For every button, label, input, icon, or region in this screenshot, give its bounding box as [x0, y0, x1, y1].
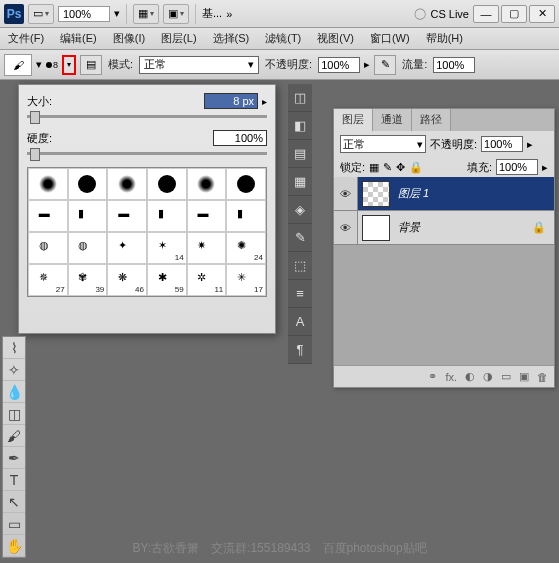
brush-thumb[interactable]: ▮: [147, 200, 187, 232]
size-input[interactable]: [204, 93, 258, 109]
brush-thumb[interactable]: [147, 168, 187, 200]
brush-thumb[interactable]: ▬: [187, 200, 227, 232]
panel-icon[interactable]: ⬚: [288, 252, 312, 280]
menu-select[interactable]: 选择(S): [209, 29, 254, 48]
double-chevron[interactable]: »: [226, 8, 232, 20]
adjustment-layer-icon[interactable]: ◑: [483, 370, 493, 383]
layer-row[interactable]: 👁 图层 1: [334, 177, 554, 211]
brush-thumb[interactable]: ✶14: [147, 232, 187, 264]
zoom-dropdown[interactable]: ▾: [114, 7, 120, 20]
brush-thumb[interactable]: ✳17: [226, 264, 266, 296]
tab-layers[interactable]: 图层: [334, 109, 373, 131]
link-layers-icon[interactable]: ⚭: [428, 370, 437, 383]
menu-layer[interactable]: 图层(L): [157, 29, 200, 48]
brush-thumb[interactable]: ▬: [28, 200, 68, 232]
brush-thumb[interactable]: ◍: [28, 232, 68, 264]
visibility-toggle[interactable]: 👁: [334, 177, 358, 210]
brush-picker-dropdown[interactable]: ▾: [62, 55, 76, 75]
fill-input[interactable]: 100%: [496, 159, 538, 175]
panel-icon[interactable]: ¶: [288, 336, 312, 364]
eyedropper-tool[interactable]: 💧: [3, 381, 25, 403]
shape-tool[interactable]: ▭: [3, 513, 25, 535]
opacity-slider-toggle[interactable]: ▸: [527, 138, 533, 151]
arrange-docs[interactable]: ▦▾: [133, 4, 159, 24]
brush-thumb[interactable]: ✷: [187, 232, 227, 264]
brush-thumb[interactable]: [28, 168, 68, 200]
panel-icon[interactable]: ◈: [288, 196, 312, 224]
panel-icon[interactable]: ◫: [288, 84, 312, 112]
workspace-switcher[interactable]: ▭▾: [28, 4, 54, 24]
new-layer-icon[interactable]: ▣: [519, 370, 529, 383]
brush-thumb[interactable]: ✦: [107, 232, 147, 264]
tool-preset-dropdown[interactable]: ▾: [36, 58, 42, 71]
brush-tool-preview[interactable]: 🖌: [4, 54, 32, 76]
brush-tool[interactable]: 🖌: [3, 425, 25, 447]
visibility-toggle[interactable]: 👁: [334, 211, 358, 244]
panel-icon[interactable]: ≡: [288, 280, 312, 308]
brush-thumb[interactable]: [226, 168, 266, 200]
lock-position-icon[interactable]: ✥: [396, 161, 405, 174]
brush-thumb[interactable]: ✾39: [68, 264, 108, 296]
brush-thumb[interactable]: [187, 168, 227, 200]
menu-window[interactable]: 窗口(W): [366, 29, 414, 48]
menu-view[interactable]: 视图(V): [313, 29, 358, 48]
brush-thumb[interactable]: [107, 168, 147, 200]
menu-image[interactable]: 图像(I): [109, 29, 149, 48]
fill-slider-toggle[interactable]: ▸: [542, 161, 548, 174]
tab-channels[interactable]: 通道: [373, 109, 412, 131]
menu-filter[interactable]: 滤镜(T): [261, 29, 305, 48]
screen-mode[interactable]: ▣▾: [163, 4, 189, 24]
type-tool[interactable]: T: [3, 469, 25, 491]
brush-thumb[interactable]: [68, 168, 108, 200]
brush-thumb[interactable]: ✲11: [187, 264, 227, 296]
brush-panel-toggle[interactable]: ▤: [80, 55, 102, 75]
hardness-input[interactable]: [213, 130, 267, 146]
brush-thumb[interactable]: ✱59: [147, 264, 187, 296]
brush-thumb[interactable]: ▬: [107, 200, 147, 232]
opacity-input[interactable]: 100%: [318, 57, 360, 73]
layer-row[interactable]: 👁 背景 🔒: [334, 211, 554, 245]
brush-thumb[interactable]: ❋46: [107, 264, 147, 296]
layer-name[interactable]: 图层 1: [394, 186, 554, 201]
cs-live-icon[interactable]: ◯: [414, 7, 426, 20]
brush-thumb[interactable]: ✵27: [28, 264, 68, 296]
panel-icon[interactable]: ✎: [288, 224, 312, 252]
lock-transparency-icon[interactable]: ▦: [369, 161, 379, 174]
path-select-tool[interactable]: ↖: [3, 491, 25, 513]
layer-blend-mode[interactable]: 正常▾: [340, 135, 426, 153]
panel-icon[interactable]: ◧: [288, 112, 312, 140]
layer-thumbnail[interactable]: [362, 215, 390, 241]
flow-input[interactable]: 100%: [433, 57, 475, 73]
lasso-tool[interactable]: ⌇: [3, 337, 25, 359]
lock-pixels-icon[interactable]: ✎: [383, 161, 392, 174]
panel-icon[interactable]: A: [288, 308, 312, 336]
cs-live-label[interactable]: CS Live: [430, 8, 469, 20]
menu-help[interactable]: 帮助(H): [422, 29, 467, 48]
size-slider[interactable]: [27, 115, 267, 118]
hardness-slider[interactable]: [27, 152, 267, 155]
layer-opacity-input[interactable]: 100%: [481, 136, 523, 152]
blend-mode-select[interactable]: 正常▾: [139, 56, 259, 74]
panel-icon[interactable]: ▦: [288, 168, 312, 196]
magic-wand-tool[interactable]: ✧: [3, 359, 25, 381]
brush-thumb[interactable]: ◍: [68, 232, 108, 264]
maximize-button[interactable]: ▢: [501, 5, 527, 23]
delete-layer-icon[interactable]: 🗑: [537, 371, 548, 383]
layer-mask-icon[interactable]: ◐: [465, 370, 475, 383]
zoom-level[interactable]: 100%: [58, 6, 110, 22]
brush-thumb[interactable]: ▮: [68, 200, 108, 232]
lock-all-icon[interactable]: 🔒: [409, 161, 423, 174]
opacity-slider-toggle[interactable]: ▸: [364, 58, 370, 71]
group-icon[interactable]: ▭: [501, 370, 511, 383]
crop-tool[interactable]: ◫: [3, 403, 25, 425]
tab-paths[interactable]: 路径: [412, 109, 451, 131]
minimize-button[interactable]: —: [473, 5, 499, 23]
flyout-arrow[interactable]: ▸: [262, 96, 267, 107]
menu-file[interactable]: 文件(F): [4, 29, 48, 48]
panel-icon[interactable]: ▤: [288, 140, 312, 168]
layer-fx-icon[interactable]: fx.: [445, 371, 457, 383]
tablet-pressure-icon[interactable]: ✎: [374, 55, 396, 75]
layer-name[interactable]: 背景: [394, 220, 532, 235]
layer-thumbnail[interactable]: [362, 181, 390, 207]
brush-thumb[interactable]: ▮: [226, 200, 266, 232]
